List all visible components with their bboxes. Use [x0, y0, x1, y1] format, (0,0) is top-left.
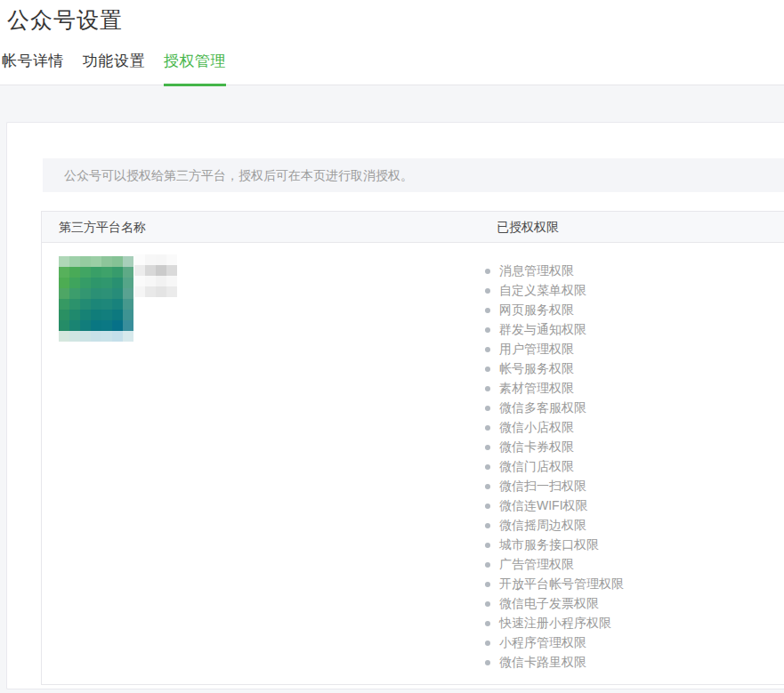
bullet-icon	[485, 308, 490, 313]
bullet-icon	[485, 523, 490, 528]
permission-label: 小程序管理权限	[499, 635, 586, 651]
permission-label: 城市服务接口权限	[499, 537, 599, 553]
content-panel: 公众号可以授权给第三方平台，授权后可在本页进行取消授权。 第三方平台名称 已授权…	[6, 122, 784, 689]
permission-item: 微信卡路里权限	[485, 653, 784, 673]
permission-item: 用户管理权限	[485, 340, 784, 359]
bullet-icon	[485, 464, 490, 470]
permission-label: 微信卡券权限	[499, 439, 574, 455]
bullet-icon	[485, 562, 490, 568]
permissions-cell: 消息管理权限自定义菜单权限网页服务权限群发与通知权限用户管理权限帐号服务权限素材…	[483, 243, 784, 673]
permission-item: 素材管理权限	[485, 379, 784, 399]
permission-label: 开放平台帐号管理权限	[499, 576, 624, 592]
permission-item: 群发与通知权限	[485, 320, 784, 340]
notice-text: 公众号可以授权给第三方平台，授权后可在本页进行取消授权。	[64, 168, 413, 182]
bullet-icon	[485, 601, 490, 607]
permissions-list: 消息管理权限自定义菜单权限网页服务权限群发与通知权限用户管理权限帐号服务权限素材…	[483, 243, 784, 673]
permission-label: 用户管理权限	[499, 342, 574, 358]
page-header: 公众号设置 帐号详情 功能设置 授权管理	[0, 0, 784, 85]
bullet-icon	[485, 660, 490, 665]
permission-item: 广告管理权限	[485, 555, 784, 575]
permission-label: 微信摇周边权限	[499, 518, 586, 534]
permission-label: 自定义菜单权限	[499, 283, 586, 299]
platform-name-blurred	[134, 254, 177, 297]
permission-item: 小程序管理权限	[485, 633, 784, 653]
permission-label: 微信连WIFI权限	[499, 498, 588, 514]
permission-item: 微信门店权限	[485, 457, 784, 477]
bullet-icon	[485, 641, 490, 646]
permission-label: 微信电子发票权限	[499, 596, 599, 612]
permission-label: 消息管理权限	[499, 263, 574, 279]
bullet-icon	[485, 425, 490, 431]
platform-cell	[42, 243, 483, 616]
column-header-permissions: 已授权权限	[483, 212, 784, 242]
permission-item: 微信卡券权限	[485, 438, 784, 457]
bullet-icon	[485, 288, 490, 294]
permission-label: 快速注册小程序权限	[499, 616, 611, 632]
bullet-icon	[485, 269, 490, 274]
platform-avatar-blurred	[59, 256, 133, 342]
bullet-icon	[485, 327, 490, 333]
authorized-platforms-table: 第三方平台名称 已授权权限 消息管理权限自定义菜单权限网页服务权限群发与通知权限…	[41, 211, 784, 685]
permission-item: 微信小店权限	[485, 418, 784, 438]
bullet-icon	[485, 582, 490, 587]
permission-item: 微信电子发票权限	[485, 594, 784, 614]
bullet-icon	[485, 504, 490, 509]
permission-item: 开放平台帐号管理权限	[485, 575, 784, 594]
permission-item: 快速注册小程序权限	[485, 614, 784, 633]
tab-bar: 帐号详情 功能设置 授权管理	[2, 52, 226, 86]
bullet-icon	[485, 386, 490, 391]
permission-label: 微信扫一扫权限	[499, 479, 586, 495]
permission-item: 微信多客服权限	[485, 399, 784, 418]
notice-banner: 公众号可以授权给第三方平台，授权后可在本页进行取消授权。	[43, 158, 784, 192]
bullet-icon	[485, 406, 490, 411]
permission-item: 微信连WIFI权限	[485, 496, 784, 516]
bullet-icon	[485, 367, 490, 372]
column-header-platform-name: 第三方平台名称	[42, 212, 483, 242]
bullet-icon	[485, 445, 490, 450]
permission-item: 城市服务接口权限	[485, 536, 784, 555]
page-title: 公众号设置	[7, 5, 123, 35]
bullet-icon	[485, 543, 490, 548]
permission-label: 广告管理权限	[499, 557, 574, 573]
bullet-icon	[485, 621, 490, 626]
permission-item: 消息管理权限	[485, 262, 784, 281]
permission-item: 自定义菜单权限	[485, 281, 784, 301]
tab-authorization-management[interactable]: 授权管理	[164, 52, 226, 86]
permission-label: 微信卡路里权限	[499, 655, 586, 671]
table-row: 消息管理权限自定义菜单权限网页服务权限群发与通知权限用户管理权限帐号服务权限素材…	[42, 243, 784, 673]
permission-label: 微信多客服权限	[499, 400, 586, 416]
tab-account-details[interactable]: 帐号详情	[2, 52, 64, 86]
permission-item: 微信摇周边权限	[485, 516, 784, 536]
permission-item: 帐号服务权限	[485, 359, 784, 379]
permission-label: 网页服务权限	[499, 302, 574, 318]
tab-feature-settings[interactable]: 功能设置	[83, 52, 145, 86]
permission-label: 帐号服务权限	[499, 361, 574, 377]
permission-label: 微信门店权限	[499, 459, 574, 475]
permission-label: 群发与通知权限	[499, 322, 586, 338]
permission-item: 微信扫一扫权限	[485, 477, 784, 496]
permission-label: 微信小店权限	[499, 420, 574, 436]
permission-label: 素材管理权限	[499, 381, 574, 397]
bullet-icon	[485, 484, 490, 489]
table-header-row: 第三方平台名称 已授权权限	[42, 212, 784, 243]
bullet-icon	[485, 347, 490, 352]
permission-item: 网页服务权限	[485, 301, 784, 320]
